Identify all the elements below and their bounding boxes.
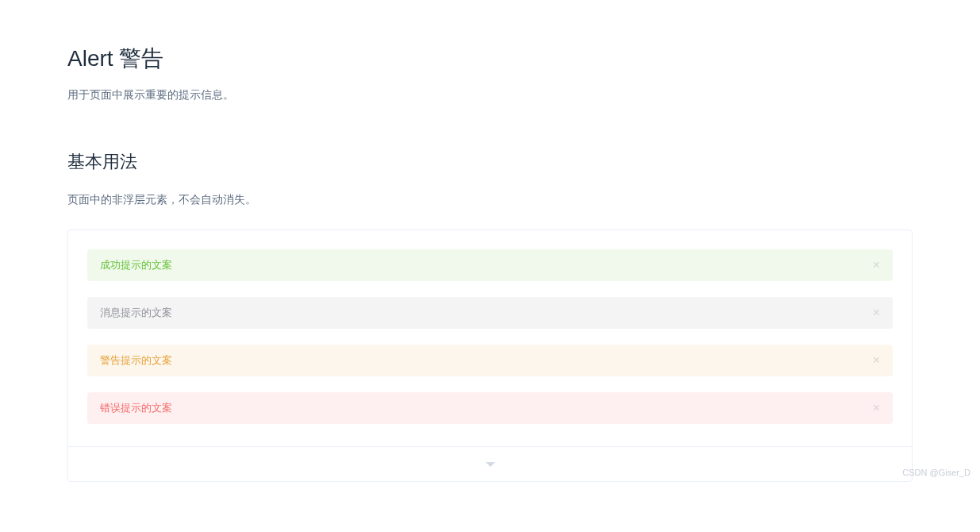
close-icon[interactable]: × [873, 354, 880, 367]
close-icon[interactable]: × [873, 306, 880, 319]
close-icon[interactable]: × [873, 259, 880, 272]
alert-info-text: 消息提示的文案 [100, 303, 172, 322]
alert-success-text: 成功提示的文案 [100, 256, 172, 275]
page-description: 用于页面中展示重要的提示信息。 [67, 88, 913, 102]
demo-block: 成功提示的文案 × 消息提示的文案 × 警告提示的文案 × 错误提示的文案 × [67, 229, 913, 482]
watermark: CSDN @Giser_D [902, 468, 970, 477]
page-container: Alert 警告 用于页面中展示重要的提示信息。 基本用法 页面中的非浮层元素，… [0, 0, 980, 482]
chevron-down-icon [486, 462, 495, 467]
alert-error-text: 错误提示的文案 [100, 399, 172, 418]
alert-info: 消息提示的文案 × [87, 297, 893, 329]
close-icon[interactable]: × [873, 402, 880, 414]
alert-error: 错误提示的文案 × [87, 392, 893, 424]
alert-success: 成功提示的文案 × [87, 249, 893, 281]
expand-button[interactable] [68, 446, 912, 481]
page-title: Alert 警告 [67, 44, 913, 74]
section-description: 页面中的非浮层元素，不会自动消失。 [67, 193, 913, 207]
alert-warning-text: 警告提示的文案 [100, 351, 172, 370]
alert-warning: 警告提示的文案 × [87, 345, 893, 376]
section-title: 基本用法 [67, 150, 913, 174]
